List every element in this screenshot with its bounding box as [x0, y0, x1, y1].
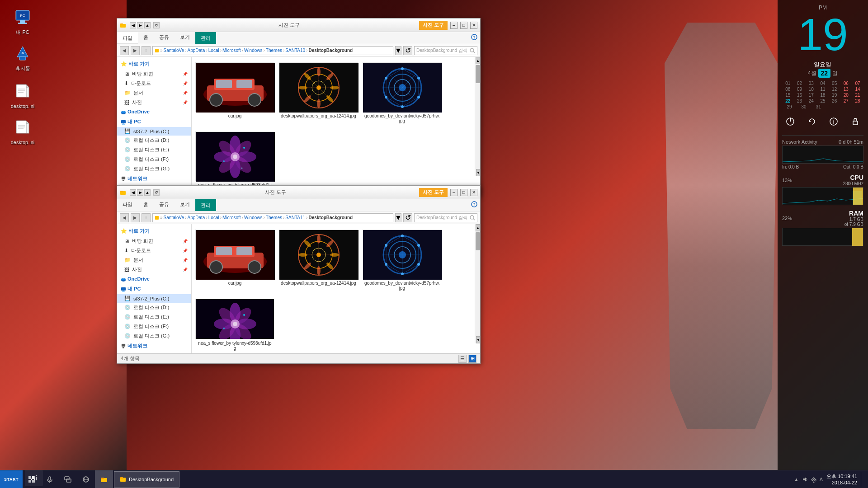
win1-help-btn[interactable]: ? — [468, 32, 480, 44]
win1-tab-home[interactable]: 홈 — [138, 32, 154, 44]
win1-refresh-btn[interactable]: ↺ — [153, 22, 160, 28]
win2-nav-f[interactable]: 💿 로컬 디스크 (F:) — [117, 322, 191, 331]
win1-refresh[interactable]: ↺ — [403, 46, 412, 55]
win1-tab-file[interactable]: 파일 — [117, 32, 138, 44]
tray-chevron[interactable]: ▲ — [794, 477, 799, 482]
win1-nav-desktop[interactable]: 🖥 바탕 화면 📌 — [117, 69, 191, 79]
taskbar-explorer-btn[interactable] — [95, 470, 113, 488]
win1-nav-g[interactable]: 💿 로컬 디스크 (G:) — [117, 164, 191, 174]
win2-file-mandala[interactable]: desktopwallpapers_org_ua-12414.jpg — [279, 228, 358, 292]
taskbar-globe-btn[interactable] — [77, 470, 95, 488]
win2-nav-d[interactable]: 💿 로컬 디스크 (D:) — [117, 303, 191, 312]
win1-scrollbar[interactable]: ▲ ▼ — [475, 57, 480, 176]
taskbar-active-app[interactable]: DesktopBackground — [114, 471, 179, 488]
win2-scroll-thumb[interactable] — [476, 232, 480, 250]
win2-tab-manage[interactable]: 관리 — [195, 199, 216, 211]
win1-nav-arrows[interactable]: ◀ ▶ ▲ ↺ — [130, 22, 160, 28]
win1-close-btn[interactable]: ✕ — [470, 22, 477, 29]
tray-volume-icon[interactable] — [802, 476, 808, 483]
win1-minimize-btn[interactable]: – — [450, 22, 458, 29]
desktop-icon-pc[interactable]: PC 내 PC — [5, 5, 41, 38]
breadcrumb-themes1[interactable]: Themes — [266, 48, 282, 53]
breadcrumb2-themes[interactable]: Themes — [266, 215, 282, 220]
win1-network[interactable]: 네트워크 — [117, 174, 191, 184]
tray-ime[interactable]: A — [820, 477, 823, 482]
taskbar-task-btn[interactable] — [59, 470, 77, 488]
win2-file-flower[interactable]: nea_s flower_by tylenxy-d593ufd1.jpg — [195, 297, 274, 352]
breadcrumb-local[interactable]: Local — [208, 48, 219, 53]
win1-scroll-down[interactable]: ▼ — [476, 169, 480, 176]
win1-addr-fwd[interactable]: ▶ — [131, 46, 140, 55]
win1-addr-back[interactable]: ◀ — [120, 46, 129, 55]
win1-photo-tool-tab[interactable]: 사진 도구 — [419, 21, 448, 30]
breadcrumb2-local[interactable]: Local — [208, 215, 219, 220]
power-icon[interactable] — [784, 115, 797, 128]
win1-addr-dropdown[interactable]: ▼ — [395, 46, 401, 55]
win2-addr-back[interactable]: ◀ — [120, 213, 129, 222]
breadcrumb2-santalore[interactable]: SantaloVe — [164, 215, 184, 220]
win2-close-btn[interactable]: ✕ — [470, 189, 477, 196]
win2-nav-c[interactable]: 💾 st37-2_Plus (C:) — [117, 294, 191, 303]
win1-file-mandala[interactable]: desktopwallpapers_org_ua-12414.jpg — [279, 61, 358, 125]
win2-nav-g[interactable]: 💿 로컬 디스크 (G:) — [117, 331, 191, 341]
win2-refresh[interactable]: ↺ — [403, 213, 412, 222]
info-icon[interactable]: i — [827, 115, 840, 128]
win1-tab-share[interactable]: 공유 — [154, 32, 175, 44]
win1-mypc[interactable]: 내 PC — [117, 117, 191, 127]
desktop-icon-recycle[interactable]: ♻ 휴지통 — [5, 41, 41, 74]
win1-file-flower[interactable]: nea_s_flower_by_tylenxy-d593ufd1.jpg — [195, 130, 274, 186]
lock-icon[interactable] — [849, 115, 862, 128]
win2-breadcrumb[interactable]: » SantaloVe › AppData › Local › Microsof… — [152, 213, 393, 222]
win1-scroll-thumb[interactable] — [476, 65, 480, 83]
win2-photo-tool-tab[interactable]: 사진 도구 — [419, 188, 448, 197]
win1-nav-pics[interactable]: 🖼 사진 📌 — [117, 98, 191, 107]
win2-addr-dropdown[interactable]: ▼ — [395, 213, 401, 222]
win2-file-car[interactable]: car.jpg — [195, 228, 274, 292]
win2-mypc[interactable]: 내 PC — [117, 284, 191, 294]
win2-nav-desktop[interactable]: 🖥 바탕 화면 📌 — [117, 236, 191, 246]
win1-scroll-up[interactable]: ▲ — [476, 57, 480, 64]
win2-tab-share[interactable]: 공유 — [154, 199, 175, 211]
win2-network[interactable]: 네트워크 — [117, 341, 191, 351]
win2-addr-fwd[interactable]: ▶ — [131, 213, 140, 222]
breadcrumb-appdata[interactable]: AppData — [188, 48, 205, 53]
breadcrumb-santalore[interactable]: SantaloVe — [164, 48, 184, 53]
win1-back-btn[interactable]: ◀ — [130, 22, 136, 28]
refresh-icon[interactable] — [806, 115, 818, 128]
win1-quick-access[interactable]: ⭐ 바로 가기 — [117, 59, 191, 69]
win2-tab-file[interactable]: 파일 — [117, 199, 138, 211]
win2-search[interactable]: DesktopBackground 검색 — [414, 213, 477, 222]
win1-file-car[interactable]: car.jpg — [195, 61, 274, 125]
breadcrumb2-appdata[interactable]: AppData — [188, 215, 205, 220]
win2-tab-home[interactable]: 홈 — [138, 199, 154, 211]
breadcrumb2-santa11[interactable]: SANTA11 — [285, 215, 305, 220]
win1-nav-docs[interactable]: 📁 문서 📌 — [117, 88, 191, 98]
taskbar-clock[interactable]: 오후 10:19:41 2018-04-22 — [826, 473, 857, 485]
win2-nav-docs[interactable]: 📁 문서 📌 — [117, 255, 191, 265]
win2-scroll-down[interactable]: ▼ — [476, 336, 480, 343]
win2-help-btn[interactable]: ? — [468, 199, 480, 211]
win2-scroll-up[interactable]: ▲ — [476, 224, 480, 231]
desktop-icon-ini2[interactable]: desktop.ini — [5, 115, 41, 147]
breadcrumb-santa10[interactable]: SANTA10 — [285, 48, 305, 53]
win2-grid-view-btn[interactable]: ⊞ — [468, 355, 476, 363]
taskbar-mic-btn[interactable] — [41, 470, 59, 488]
win1-nav-d[interactable]: 💿 로컬 디스크 (D:) — [117, 136, 191, 145]
win2-minimize-btn[interactable]: – — [450, 189, 458, 196]
win1-nav-f[interactable]: 💿 로컬 디스크 (F:) — [117, 155, 191, 164]
win2-addr-up[interactable]: ↑ — [142, 213, 151, 222]
win1-tab-manage[interactable]: 관리 — [195, 32, 216, 44]
win2-onedrive[interactable]: OneDrive — [117, 274, 191, 284]
win2-scrollbar[interactable]: ▲ ▼ — [475, 224, 480, 343]
win1-file-geo[interactable]: geodomes_by_deviantvicky-d57prhw.jpg — [363, 61, 442, 125]
win2-quick-access[interactable]: ⭐ 바로 가기 — [117, 226, 191, 236]
win1-nav-downloads[interactable]: ⬇ 다운로드 📌 — [117, 79, 191, 88]
start-button[interactable]: START — [0, 470, 23, 488]
breadcrumb-microsoft[interactable]: Microsoft — [222, 48, 241, 53]
win1-nav-c[interactable]: 💾 st37-2_Plus (C:) — [117, 127, 191, 136]
win2-list-view-btn[interactable]: ☰ — [458, 355, 467, 363]
win2-nav-e[interactable]: 💿 로컬 디스크 (E:) — [117, 312, 191, 322]
win1-up-btn[interactable]: ▲ — [144, 22, 151, 28]
win2-tab-view[interactable]: 보기 — [175, 199, 195, 211]
win1-search[interactable]: DesktopBackground 검색 — [414, 46, 477, 55]
